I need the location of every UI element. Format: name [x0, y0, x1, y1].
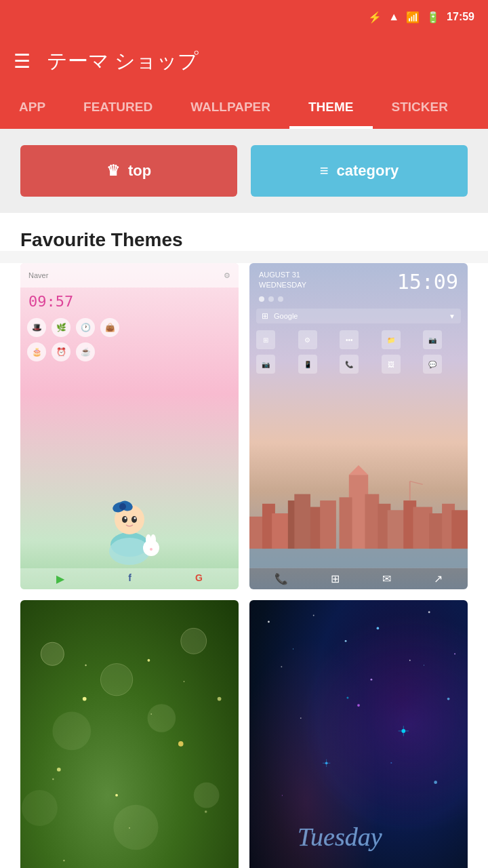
top-filter-label: top [128, 162, 151, 180]
theme1-fb-icon: f [128, 572, 131, 585]
category-filter-button[interactable]: ≡ category [251, 145, 468, 197]
svg-point-1 [109, 538, 150, 565]
theme2-mini-8: 📞 [340, 355, 359, 374]
tab-app[interactable]: APP [0, 88, 64, 129]
theme2-app-grid: ⊞ ⚙ ••• 📁 📷 [249, 328, 468, 352]
svg-point-59 [371, 678, 373, 680]
theme2-mini-3: ••• [340, 330, 359, 349]
theme2-mini-7: 📱 [298, 355, 317, 374]
theme2-mini-10: 💬 [423, 355, 442, 374]
theme2-time: 15:09 [397, 270, 458, 294]
svg-point-9 [134, 517, 136, 519]
theme2-mini-6: 📷 [256, 355, 275, 374]
tab-sticker[interactable]: STICKER [373, 88, 467, 129]
theme2-dropdown-icon: ▼ [449, 313, 455, 320]
theme1-nav-label: Naver [28, 271, 48, 279]
theme1-icon-hat: 🎩 [27, 318, 46, 337]
section-title: Favourite Themes [20, 229, 468, 251]
svg-point-62 [434, 781, 437, 784]
theme1-settings-icon: ⚙ [224, 271, 230, 280]
svg-point-7 [131, 516, 137, 523]
svg-rect-19 [294, 494, 310, 549]
theme1-icon-cup: ☕ [76, 342, 95, 361]
status-icons: ⚡ ▲ 📶 🔋 17:59 [368, 11, 474, 24]
theme2-phone-icon: 📞 [274, 572, 288, 585]
top-filter-button[interactable]: ♛ top [20, 145, 237, 197]
theme1-bottom-icons: ▶ f G [20, 568, 239, 589]
svg-point-52 [428, 611, 430, 613]
theme2-app-grid2: 📷 📱 📞 🖼 💬 [249, 352, 468, 376]
theme1-icon-leaf: 🌿 [52, 318, 70, 337]
theme1-play-icon: ▶ [56, 572, 64, 585]
theme2-skyline [249, 376, 468, 568]
svg-point-58 [300, 717, 302, 719]
hamburger-icon[interactable]: ☰ [14, 50, 30, 73]
theme2-mini-2: ⚙ [298, 330, 317, 349]
theme1-icon-bag: 👜 [100, 318, 119, 337]
theme2-date: AUGUST 31 WEDNESDAY [259, 270, 306, 294]
theme2-header: AUGUST 31 WEDNESDAY 15:09 [249, 263, 468, 294]
svg-point-12 [150, 534, 156, 545]
app-title: テーマ ショップ [47, 47, 199, 75]
list-icon: ≡ [320, 162, 329, 180]
theme4-day-text: Tuesday [291, 815, 426, 861]
svg-point-51 [377, 627, 380, 629]
svg-point-56 [409, 659, 411, 660]
theme2-mini-5: 📷 [423, 330, 442, 349]
theme1-icons2: 🎂 ⏰ ☕ [20, 340, 239, 364]
theme1-time: 09:57 [20, 288, 239, 315]
svg-text:Tuesday: Tuesday [298, 823, 382, 851]
theme2-date-text: AUGUST 31 [259, 270, 306, 280]
theme-card-nyc[interactable]: AUGUST 31 WEDNESDAY 15:09 ⊞ Google ▼ ⊞ ⚙… [249, 263, 468, 589]
svg-point-41 [113, 804, 158, 849]
clock: 17:59 [447, 11, 474, 23]
bluetooth-icon: ⚡ [368, 11, 382, 24]
theme-card-cute-girl[interactable]: Naver ⚙ 09:57 🎩 🌿 🕐 👜 🎂 ⏰ ☕ [20, 263, 239, 589]
theme2-google-label: Google [274, 312, 298, 320]
wifi-icon: ▲ [388, 11, 399, 23]
svg-point-57 [447, 697, 450, 700]
svg-line-34 [410, 481, 423, 485]
svg-point-36 [100, 663, 132, 695]
svg-point-40 [22, 790, 58, 826]
svg-point-45 [57, 768, 61, 772]
theme-card-nature[interactable]: 🔍 Google ▼ [20, 600, 239, 868]
svg-marker-21 [349, 465, 368, 475]
theme2-apps-icon: ⊞ [331, 572, 340, 585]
svg-point-8 [125, 517, 127, 519]
theme2-mini-9: 🖼 [382, 355, 401, 374]
status-bar: ⚡ ▲ 📶 🔋 17:59 [0, 0, 488, 34]
tab-featured[interactable]: FEATURED [64, 88, 171, 129]
svg-point-46 [178, 741, 184, 747]
theme-card-galaxy[interactable]: Tuesday [249, 600, 468, 868]
svg-rect-22 [340, 497, 352, 549]
theme2-share-icon: ↗ [434, 572, 443, 585]
theme2-dots [249, 294, 468, 304]
svg-point-43 [83, 696, 87, 701]
svg-point-54 [281, 666, 282, 667]
tabs-bar: APP FEATURED WALLPAPER THEME STICKER [0, 88, 488, 129]
svg-point-42 [194, 782, 220, 808]
theme2-mail-icon: ✉ [382, 572, 391, 585]
svg-point-39 [148, 704, 176, 732]
svg-rect-14 [249, 549, 468, 568]
svg-point-50 [313, 614, 314, 616]
svg-rect-23 [365, 494, 379, 549]
tab-theme[interactable]: THEME [289, 88, 373, 129]
svg-rect-25 [320, 500, 336, 549]
svg-point-53 [454, 653, 455, 654]
theme2-bottom-bar: 📞 ⊞ ✉ ↗ [249, 568, 468, 589]
theme1-icon-watch: ⏰ [52, 342, 70, 361]
theme1-g-icon: G [195, 572, 203, 585]
theme2-mini-1: ⊞ [256, 330, 275, 349]
theme1-icon-cake: 🎂 [27, 342, 46, 361]
signal-icon: 📶 [406, 11, 420, 24]
svg-point-6 [122, 516, 127, 523]
theme1-icon-clock: 🕐 [76, 318, 95, 337]
svg-point-11 [146, 534, 151, 545]
theme2-search-bar: ⊞ Google ▼ [256, 309, 461, 323]
svg-point-37 [181, 628, 207, 654]
svg-point-63 [357, 704, 360, 707]
theme2-mini-4: 📁 [382, 330, 401, 349]
tab-wallpaper[interactable]: WALLPAPER [171, 88, 289, 129]
